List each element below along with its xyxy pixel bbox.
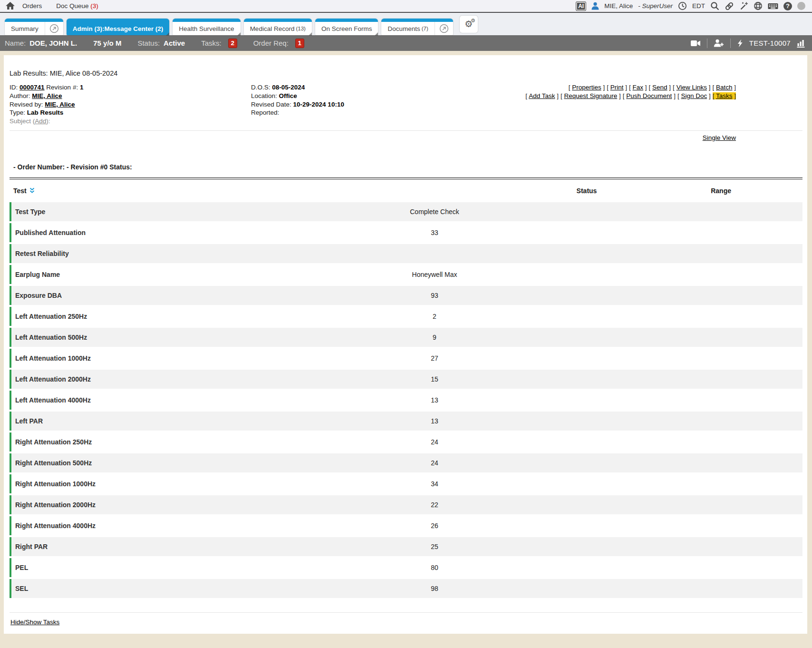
doc-action-link[interactable]: Tasks bbox=[716, 92, 733, 99]
doc-action: [ Fax ] bbox=[629, 84, 647, 91]
doc-actions-row2: [ Add Task ][ Request Signature ][ Push … bbox=[517, 92, 736, 100]
test-value: 27 bbox=[309, 354, 561, 362]
hide-show-tasks-link[interactable]: Hide/Show Tasks bbox=[10, 619, 59, 626]
tab-admin-message-center[interactable]: Admin (3):Message Center (2) bbox=[67, 19, 170, 35]
user-name[interactable]: MIE, Alice bbox=[604, 2, 633, 10]
tab-count: (13) bbox=[296, 26, 305, 31]
status-dot-icon bbox=[797, 2, 805, 10]
table-row: Left PAR 13 bbox=[10, 412, 802, 431]
test-name: Right Attenuation 2000Hz bbox=[11, 501, 309, 509]
test-name: Right Attenuation 500Hz bbox=[11, 459, 309, 467]
tab-summary-popout[interactable] bbox=[45, 22, 63, 35]
table-row: Exposure DBA 93 bbox=[10, 286, 802, 305]
doc-action: [ Sign Doc ] bbox=[677, 92, 711, 99]
tab-label: Documents bbox=[387, 25, 420, 32]
table-row: Right Attenuation 2000Hz 22 bbox=[10, 495, 802, 514]
test-name: Test Type bbox=[11, 208, 309, 216]
meta-middle-column: D.O.S: 08-05-2024 Location: Office Revis… bbox=[251, 83, 517, 126]
test-value: Complete Check bbox=[309, 208, 561, 216]
author-label: Author: bbox=[10, 92, 30, 99]
order-req-count-badge[interactable]: 1 bbox=[295, 39, 304, 48]
nav-orders[interactable]: Orders bbox=[22, 2, 42, 10]
doc-action-link[interactable]: Fax bbox=[633, 84, 644, 91]
document-panel: Lab Results: MIE, Alice 08-05-2024 ID: 0… bbox=[4, 55, 807, 634]
revised-by-value: MIE, Alice bbox=[45, 101, 75, 108]
test-name: Earplug Name bbox=[11, 271, 309, 278]
tab-medical-record[interactable]: Medical Record(13) bbox=[244, 19, 312, 35]
meta-author-line: Author: MIE, Alice bbox=[10, 92, 251, 100]
doc-action-link[interactable]: Send bbox=[652, 84, 667, 91]
revision-label: Revision #: bbox=[46, 84, 78, 91]
tab-settings-button[interactable]: ⚙ ⚙ bbox=[460, 16, 478, 33]
page-body: Lab Results: MIE, Alice 08-05-2024 ID: 0… bbox=[0, 51, 812, 647]
bolt-icon[interactable] bbox=[737, 39, 743, 48]
meta-type-line: Type: Lab Results bbox=[10, 108, 251, 117]
author-link[interactable]: MIE, Alice bbox=[32, 92, 62, 99]
tasks-label: Tasks: bbox=[201, 39, 222, 47]
patient-name[interactable]: DOE, JOHN L. bbox=[29, 39, 77, 47]
subject-add-link[interactable]: Add bbox=[35, 118, 46, 125]
popout-arrow-icon bbox=[439, 24, 449, 33]
test-name: Left Attenuation 500Hz bbox=[11, 334, 309, 341]
user-icon[interactable] bbox=[591, 2, 599, 10]
test-value: 24 bbox=[309, 438, 561, 446]
test-value: 33 bbox=[309, 229, 561, 236]
doc-action: [ Push Document ] bbox=[623, 92, 676, 99]
video-icon[interactable] bbox=[691, 40, 701, 47]
tab-documents-popout[interactable] bbox=[435, 22, 453, 35]
ai-badge[interactable]: AI bbox=[576, 1, 586, 11]
tasks-count-badge[interactable]: 2 bbox=[228, 39, 237, 48]
test-value: 93 bbox=[309, 292, 561, 299]
doc-action-link[interactable]: View Links bbox=[677, 84, 707, 91]
wand-icon[interactable] bbox=[739, 1, 748, 10]
order-number-line: - Order Number: - Revision #0 Status: bbox=[13, 163, 807, 171]
doc-action: [ Tasks ] bbox=[713, 92, 736, 99]
location-value: Office bbox=[279, 92, 297, 99]
tab-documents[interactable]: Documents(7) bbox=[381, 19, 453, 35]
tab-label: Admin (3):Message Center (2) bbox=[73, 25, 164, 32]
doc-action-link[interactable]: Add Task bbox=[529, 92, 555, 99]
keyboard-icon[interactable] bbox=[768, 2, 778, 10]
doc-action-link[interactable]: Sign Doc bbox=[681, 92, 707, 99]
test-name: Published Attenuation bbox=[11, 229, 309, 236]
help-icon[interactable]: ? bbox=[783, 2, 792, 10]
revised-date-label: Revised Date: bbox=[251, 101, 291, 108]
doc-action-link[interactable]: Properties bbox=[572, 84, 601, 91]
order-req-label: Order Req: bbox=[253, 39, 289, 47]
workstation-id: TEST-10007 bbox=[749, 39, 791, 47]
tab-on-screen-forms[interactable]: On Screen Forms bbox=[315, 19, 378, 35]
document-id-link[interactable]: 0000741 bbox=[19, 84, 45, 91]
globe-icon[interactable] bbox=[754, 1, 763, 10]
link-icon[interactable] bbox=[725, 1, 734, 11]
single-view-link[interactable]: Single View bbox=[703, 134, 736, 141]
clock-icon[interactable] bbox=[678, 1, 687, 10]
tab-health-surveillance[interactable]: Health Surveillance bbox=[173, 19, 240, 35]
author-value: MIE, Alice bbox=[32, 92, 62, 99]
doc-action-link[interactable]: Request Signature bbox=[564, 92, 617, 99]
user-role: - SuperUser bbox=[638, 2, 673, 10]
test-name: Exposure DBA bbox=[11, 292, 309, 299]
home-icon[interactable] bbox=[6, 2, 15, 10]
doc-action: [ Properties ] bbox=[569, 84, 605, 91]
dos-label: D.O.S: bbox=[251, 84, 271, 91]
patient-age-sex: 75 y/o M bbox=[93, 39, 121, 47]
table-row: Left Attenuation 500Hz 9 bbox=[10, 328, 802, 347]
doc-action-link[interactable]: Push Document bbox=[626, 92, 672, 99]
nav-doc-queue[interactable]: Doc Queue (3) bbox=[56, 2, 98, 10]
search-icon[interactable] bbox=[710, 1, 719, 10]
tab-summary[interactable]: Summary bbox=[5, 19, 63, 35]
table-row: Left Attenuation 250Hz 2 bbox=[10, 307, 802, 326]
person-add-icon[interactable] bbox=[714, 39, 724, 47]
doc-action-link[interactable]: Batch bbox=[716, 84, 733, 91]
nav-doc-queue-label: Doc Queue bbox=[56, 2, 88, 10]
test-name: Left Attenuation 4000Hz bbox=[11, 396, 309, 404]
meta-reported-line: Reported: bbox=[251, 108, 517, 117]
chart-icon[interactable] bbox=[797, 39, 805, 48]
revised-date-value: 10-29-2024 10:10 bbox=[293, 101, 344, 108]
revised-by-link[interactable]: MIE, Alice bbox=[45, 101, 75, 108]
subject-prefix: Subject ( bbox=[10, 118, 35, 125]
revised-by-label: Revised by: bbox=[10, 101, 43, 108]
column-header-test[interactable]: Test bbox=[10, 187, 309, 195]
meta-left-column: ID: 0000741 Revision #: 1 Author: MIE, A… bbox=[10, 83, 251, 126]
doc-action-link[interactable]: Print bbox=[610, 84, 624, 91]
